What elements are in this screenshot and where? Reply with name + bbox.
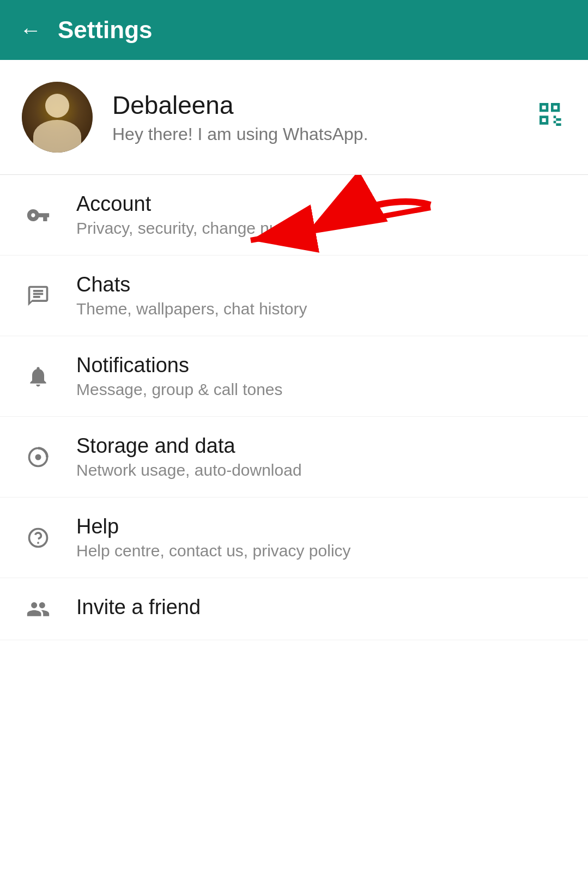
help-icon <box>22 526 54 550</box>
help-text: Help Help centre, contact us, privacy po… <box>76 515 566 560</box>
storage-icon <box>22 445 54 469</box>
app-header: ← Settings <box>0 0 588 60</box>
invite-label: Invite a friend <box>76 596 566 619</box>
invite-text: Invite a friend <box>76 596 566 622</box>
menu-item-chats[interactable]: Chats Theme, wallpapers, chat history <box>0 256 588 336</box>
storage-text: Storage and data Network usage, auto-dow… <box>76 434 566 480</box>
menu-item-storage[interactable]: Storage and data Network usage, auto-dow… <box>0 417 588 497</box>
profile-name: Debaleena <box>112 90 566 120</box>
svg-point-6 <box>38 542 39 543</box>
chats-text: Chats Theme, wallpapers, chat history <box>76 273 566 318</box>
menu-list: Account Privacy, security, change number… <box>0 175 588 640</box>
storage-sublabel: Network usage, auto-download <box>76 461 566 480</box>
storage-label: Storage and data <box>76 434 566 458</box>
svg-point-4 <box>35 454 41 460</box>
back-button[interactable]: ← <box>20 19 41 41</box>
chat-icon <box>22 284 54 308</box>
profile-info: Debaleena Hey there! I am using WhatsApp… <box>112 90 566 144</box>
menu-item-account[interactable]: Account Privacy, security, change number <box>0 175 588 256</box>
profile-status: Hey there! I am using WhatsApp. <box>112 124 566 144</box>
menu-item-notifications[interactable]: Notifications Message, group & call tone… <box>0 336 588 417</box>
menu-container: Account Privacy, security, change number… <box>0 175 588 640</box>
notifications-sublabel: Message, group & call tones <box>76 380 566 399</box>
avatar <box>22 82 93 153</box>
account-label: Account <box>76 192 566 216</box>
qr-code-icon[interactable] <box>536 99 566 135</box>
people-icon <box>22 597 54 621</box>
key-icon <box>22 203 54 227</box>
notifications-label: Notifications <box>76 354 566 377</box>
chats-label: Chats <box>76 273 566 296</box>
bell-icon <box>22 365 54 389</box>
menu-item-help[interactable]: Help Help centre, contact us, privacy po… <box>0 497 588 578</box>
account-text: Account Privacy, security, change number <box>76 192 566 238</box>
profile-section[interactable]: Debaleena Hey there! I am using WhatsApp… <box>0 60 588 175</box>
account-sublabel: Privacy, security, change number <box>76 219 566 238</box>
page-title: Settings <box>58 16 153 44</box>
help-sublabel: Help centre, contact us, privacy policy <box>76 542 566 560</box>
help-label: Help <box>76 515 566 538</box>
menu-item-invite[interactable]: Invite a friend <box>0 578 588 640</box>
chats-sublabel: Theme, wallpapers, chat history <box>76 300 566 318</box>
notifications-text: Notifications Message, group & call tone… <box>76 354 566 399</box>
